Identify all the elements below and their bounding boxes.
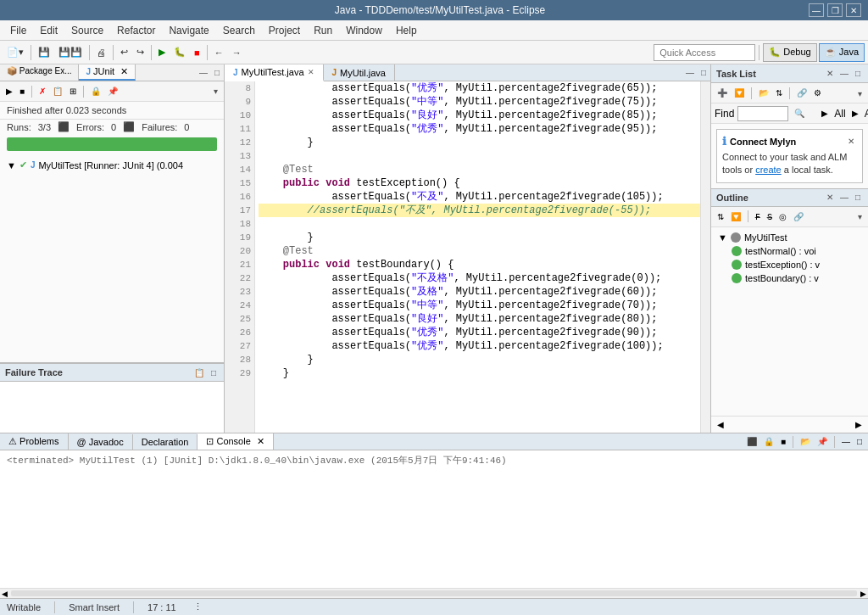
task-settings[interactable]: ⚙ xyxy=(811,87,824,99)
outline-close[interactable]: ✕ xyxy=(824,192,836,203)
outline-method-normal[interactable]: testNormal() : voi xyxy=(715,244,865,258)
tab-package-explorer[interactable]: 📦 Package Ex... xyxy=(0,64,79,81)
code-line-17: //assertEquals("不及", MyUtil.percentage2f… xyxy=(259,204,700,217)
print-button[interactable]: 🖨 xyxy=(93,43,109,62)
java-perspective-button[interactable]: ☕ Java xyxy=(819,43,865,62)
redo-button[interactable]: ↪ xyxy=(133,43,147,62)
editor-panel-minimize[interactable]: — xyxy=(683,66,697,79)
console-pin[interactable]: 📌 xyxy=(815,435,830,448)
console-scroll-lock[interactable]: 🔒 xyxy=(761,435,776,448)
outline-filter[interactable]: 🔽 xyxy=(728,210,743,223)
menu-run[interactable]: Run xyxy=(307,23,339,38)
editor-panel-maximize[interactable]: □ xyxy=(698,66,709,79)
task-new-button[interactable]: ➕ xyxy=(715,87,730,99)
console-scroll-left[interactable]: ◀ xyxy=(0,589,9,598)
quick-access-input[interactable] xyxy=(654,44,755,61)
find-input[interactable] xyxy=(737,106,788,121)
tab-junit[interactable]: J JUnit ✕ xyxy=(79,64,136,81)
tab-problems[interactable]: ⚠ Problems xyxy=(0,433,69,450)
save-all-button[interactable]: 💾💾 xyxy=(55,43,86,62)
console-clear-button[interactable]: ⬛ xyxy=(744,435,760,448)
task-sort[interactable]: ⇅ xyxy=(773,87,785,99)
debug-button[interactable]: 🐛 xyxy=(170,43,189,62)
close-button[interactable]: ✕ xyxy=(846,3,861,17)
outline-hide-static[interactable]: S̶ xyxy=(765,210,775,223)
console-minimize[interactable]: — xyxy=(839,435,853,448)
save-button[interactable]: 💾 xyxy=(35,43,53,62)
console-scrollbar-h[interactable]: ◀ ▶ xyxy=(0,588,868,598)
menu-search[interactable]: Search xyxy=(216,23,262,38)
failure-trace-expand[interactable]: □ xyxy=(209,367,219,378)
menu-file[interactable]: File xyxy=(3,23,33,38)
outline-maximize[interactable]: □ xyxy=(853,192,863,203)
outline-scroll-left[interactable]: ◀ xyxy=(715,418,726,431)
forward-button[interactable]: → xyxy=(229,43,245,62)
mylyn-create-link[interactable]: create xyxy=(755,165,782,175)
menu-source[interactable]: Source xyxy=(64,23,110,38)
outline-hide-fields[interactable]: F̶ xyxy=(753,210,763,223)
junit-scroll-lock[interactable]: 🔒 xyxy=(88,85,103,98)
console-terminate[interactable]: ■ xyxy=(778,435,788,448)
outline-link[interactable]: 🔗 xyxy=(791,210,806,223)
task-list-minimize[interactable]: — xyxy=(837,68,851,79)
outline-sort[interactable]: ⇅ xyxy=(715,210,726,223)
task-list-close[interactable]: ✕ xyxy=(824,68,836,79)
tab-console[interactable]: ⊡ Console ✕ xyxy=(198,433,273,450)
tab-javadoc[interactable]: @ Javadoc xyxy=(69,434,133,450)
task-chevron[interactable]: ▾ xyxy=(855,88,865,99)
stop-button[interactable]: ■ xyxy=(191,43,203,62)
menu-help[interactable]: Help xyxy=(389,23,424,38)
task-link[interactable]: 🔗 xyxy=(794,87,810,99)
back-button[interactable]: ← xyxy=(211,43,227,62)
find-active-button[interactable]: ▶ xyxy=(849,107,861,120)
undo-button[interactable]: ↩ xyxy=(117,43,131,62)
restore-button[interactable]: ❒ xyxy=(827,3,843,17)
console-tab-close[interactable]: ✕ xyxy=(257,436,264,446)
problems-icon: ⚠ xyxy=(8,436,17,446)
find-search-button[interactable]: 🔍 xyxy=(792,107,807,120)
mylyn-close[interactable]: ✕ xyxy=(845,136,857,147)
console-scroll-right[interactable]: ▶ xyxy=(859,589,868,598)
menu-refactor[interactable]: Refactor xyxy=(110,23,162,38)
junit-pin[interactable]: 📌 xyxy=(105,85,120,98)
task-categorize[interactable]: 📂 xyxy=(756,87,771,99)
junit-layout[interactable]: ⊞ xyxy=(67,85,79,98)
junit-tab-close[interactable]: ✕ xyxy=(120,66,128,76)
outline-chevron[interactable]: ▾ xyxy=(855,211,865,222)
new-button[interactable]: 📄▾ xyxy=(3,43,27,62)
outline-method-boundary[interactable]: testBoundary() : v xyxy=(715,271,865,285)
left-panel-maximize[interactable]: □ xyxy=(212,66,222,79)
outline-scroll-right[interactable]: ▶ xyxy=(853,418,865,431)
minimize-button[interactable]: — xyxy=(809,3,824,17)
menu-window[interactable]: Window xyxy=(339,23,389,38)
console-maximize[interactable]: □ xyxy=(854,435,865,448)
junit-rerun-button[interactable]: ▶ xyxy=(3,85,15,98)
menu-edit[interactable]: Edit xyxy=(33,23,64,38)
junit-history[interactable]: 📋 xyxy=(50,85,65,98)
run-button[interactable]: ▶ xyxy=(155,43,169,62)
code-content[interactable]: assertEquals("优秀", MyUtil.percentage2fiv… xyxy=(255,81,700,433)
code-editor[interactable]: 8 9 10 11 12 13 14 15 16 17 18 19 20 21 … xyxy=(225,81,710,433)
debug-perspective-button[interactable]: 🐛 Debug xyxy=(763,43,816,62)
outline-minimize[interactable]: — xyxy=(837,192,851,203)
task-filter-button[interactable]: 🔽 xyxy=(732,87,747,99)
find-chevron[interactable]: ▶ xyxy=(819,107,831,120)
menu-project[interactable]: Project xyxy=(262,23,307,38)
editor-scrollbar[interactable] xyxy=(700,81,710,433)
tab-declaration[interactable]: Declaration xyxy=(133,434,198,450)
failure-trace-copy[interactable]: 📋 xyxy=(192,367,207,378)
menu-navigate[interactable]: Navigate xyxy=(162,23,215,38)
junit-chevron[interactable]: ▾ xyxy=(211,86,220,97)
tab-myutil[interactable]: J MyUtil.java xyxy=(324,64,395,81)
outline-show-inherited[interactable]: ◎ xyxy=(776,210,789,223)
junit-fail-only[interactable]: ✗ xyxy=(36,85,48,98)
outline-method-exception[interactable]: testException() : v xyxy=(715,258,865,271)
console-open-file[interactable]: 📂 xyxy=(798,435,813,448)
task-list-maximize[interactable]: □ xyxy=(853,68,863,79)
left-panel-minimize[interactable]: — xyxy=(197,66,210,79)
tree-item-myutiltest[interactable]: ▼ ✔ J MyUtilTest [Runner: JUnit 4] (0.00… xyxy=(3,158,220,172)
junit-stop-button[interactable]: ■ xyxy=(17,85,27,98)
outline-class-item[interactable]: ▼ MyUtilTest xyxy=(715,231,865,244)
myutiltest-tab-close[interactable]: ✕ xyxy=(308,68,314,76)
tab-myutiltest[interactable]: J MyUtilTest.java ✕ xyxy=(225,64,324,81)
